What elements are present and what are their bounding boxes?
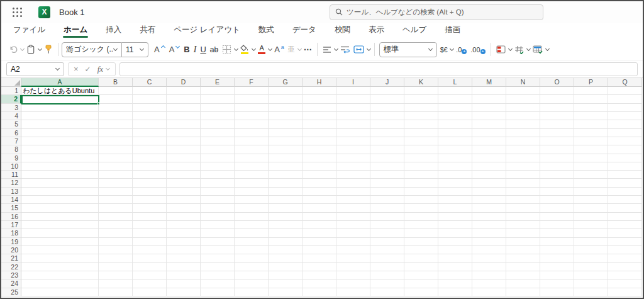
cell-B5[interactable] [99,120,133,128]
cell-O1[interactable] [540,87,574,95]
cell-J17[interactable] [370,221,404,229]
cell-K12[interactable] [404,179,438,187]
cell-A20[interactable] [21,246,99,254]
cell-Q25[interactable] [608,288,642,296]
underline-button[interactable]: U [198,42,208,58]
cell-J24[interactable] [370,279,404,288]
column-header-N[interactable]: N [506,78,540,87]
cell-A6[interactable] [21,129,99,137]
conditional-formatting-dropdown[interactable] [508,47,513,52]
cell-A12[interactable] [21,179,99,187]
cell-B17[interactable] [99,221,133,229]
cell-M11[interactable] [472,171,506,179]
cell-I22[interactable] [336,263,370,271]
cell-P8[interactable] [574,145,608,154]
cell-K6[interactable] [404,129,438,137]
cell-N19[interactable] [506,238,540,246]
format-as-table-button[interactable] [513,42,526,58]
column-header-F[interactable]: F [235,78,269,87]
cell-J8[interactable] [370,145,404,154]
cell-G10[interactable] [269,162,303,171]
cell-H13[interactable] [303,188,336,196]
cell-B7[interactable] [99,137,133,145]
cell-A21[interactable] [21,254,99,262]
cell-G13[interactable] [269,188,303,196]
cell-E12[interactable] [201,179,235,187]
cell-H11[interactable] [303,171,336,179]
cell-G19[interactable] [269,238,303,246]
cell-O15[interactable] [540,204,574,212]
cell-E8[interactable] [201,145,235,154]
bold-button[interactable]: B [182,42,191,58]
cell-L25[interactable] [438,288,472,296]
cell-D15[interactable] [167,204,201,212]
cell-H19[interactable] [303,238,336,246]
column-header-I[interactable]: I [336,78,370,87]
cell-I13[interactable] [336,188,370,196]
cell-K3[interactable] [404,104,438,112]
cell-B1[interactable] [99,87,133,95]
cell-A23[interactable] [21,271,99,279]
cell-I15[interactable] [336,204,370,212]
cell-F16[interactable] [235,213,269,221]
cell-J22[interactable] [370,263,404,271]
column-header-H[interactable]: H [303,78,336,87]
cell-J4[interactable] [370,112,404,120]
cell-I18[interactable] [336,229,370,237]
cell-C10[interactable] [133,162,167,171]
font-settings-button[interactable]: A a [272,42,286,58]
cell-G3[interactable] [269,104,303,112]
cell-A15[interactable] [21,204,99,212]
search-box[interactable] [330,4,543,20]
cell-Q11[interactable] [608,171,642,179]
cell-P19[interactable] [574,238,608,246]
cell-D20[interactable] [167,246,201,254]
cell-Q12[interactable] [608,179,642,187]
cell-D13[interactable] [167,188,201,196]
cell-E2[interactable] [201,95,235,103]
row-header-6[interactable]: 6 [1,129,21,137]
cell-P2[interactable] [574,95,608,103]
tab-insert[interactable]: 挿入 [105,22,122,39]
cell-K10[interactable] [404,162,438,171]
cell-F14[interactable] [235,196,269,204]
cell-Q17[interactable] [608,221,642,229]
cell-G4[interactable] [269,112,303,120]
cell-N25[interactable] [506,288,540,296]
cell-L6[interactable] [438,129,472,137]
cell-E5[interactable] [201,120,235,128]
undo-dropdown[interactable] [19,47,25,52]
cell-K2[interactable] [404,95,438,103]
cell-G2[interactable] [269,95,303,103]
tab-share[interactable]: 共有 [139,22,156,39]
decrease-font-size-button[interactable]: A [167,42,182,58]
cell-Q6[interactable] [608,129,642,137]
tab-review[interactable]: 校閲 [334,22,351,39]
cell-D16[interactable] [167,213,201,221]
cell-D22[interactable] [167,263,201,271]
paste-button[interactable] [25,42,37,58]
cell-A7[interactable] [21,137,99,145]
cell-N20[interactable] [506,246,540,254]
cell-F10[interactable] [235,162,269,171]
cell-G12[interactable] [269,179,303,187]
column-header-E[interactable]: E [201,78,235,87]
cell-I25[interactable] [336,288,370,296]
tab-home[interactable]: ホーム [63,22,88,39]
cell-N9[interactable] [506,154,540,162]
tab-data[interactable]: データ [292,22,317,39]
cell-H14[interactable] [303,196,336,204]
tab-draw[interactable]: 描画 [444,22,461,39]
cell-D11[interactable] [167,171,201,179]
cell-O23[interactable] [540,271,574,279]
row-header-2[interactable]: 2 [1,95,21,103]
cell-H20[interactable] [303,246,336,254]
row-header-14[interactable]: 14 [1,196,21,204]
cell-P12[interactable] [574,179,608,187]
cell-Q10[interactable] [608,162,642,171]
cell-N7[interactable] [506,137,540,145]
cell-K16[interactable] [404,213,438,221]
cell-I16[interactable] [336,213,370,221]
cell-C15[interactable] [133,204,167,212]
cell-K9[interactable] [404,154,438,162]
